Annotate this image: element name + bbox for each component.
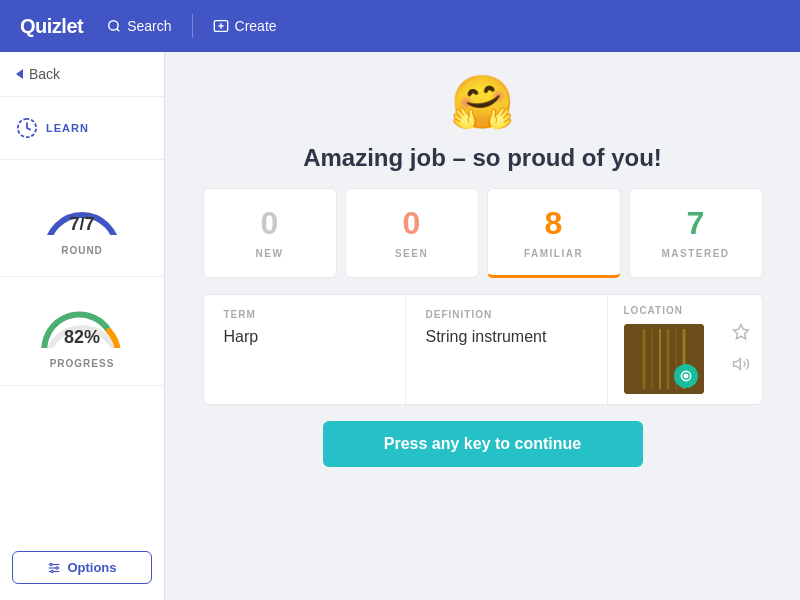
- score-card-mastered[interactable]: 7 MASTERED: [629, 188, 763, 278]
- mode-indicator: LEARN: [16, 117, 148, 139]
- header-nav: Search Create: [107, 14, 276, 38]
- location-pin-icon: [679, 369, 693, 383]
- learn-icon: [16, 117, 38, 139]
- score-cards: 0 NEW 0 SEEN 8 FAMILIAR 7 MASTERED: [203, 188, 763, 278]
- nav-divider: [192, 14, 193, 38]
- score-new-value: 0: [261, 205, 279, 242]
- term-column: TERM Harp: [204, 295, 406, 404]
- term-value: Harp: [224, 328, 385, 346]
- score-familiar-value: 8: [545, 205, 563, 242]
- svg-point-10: [52, 570, 54, 572]
- score-new-label: NEW: [256, 248, 284, 259]
- continue-button[interactable]: Press any key to continue: [323, 421, 643, 467]
- app-layout: Back LEARN 7/7 ROUND: [0, 52, 800, 600]
- location-column-header: LOCATION: [624, 305, 704, 316]
- round-gauge: 7/7: [37, 180, 127, 235]
- create-icon: [213, 19, 229, 33]
- score-card-new[interactable]: 0 NEW: [203, 188, 337, 278]
- options-icon: [47, 561, 61, 575]
- back-label: Back: [29, 66, 60, 82]
- options-button[interactable]: Options: [12, 551, 152, 584]
- definition-column-header: DEFINITION: [426, 309, 587, 320]
- progress-label: PROGRESS: [50, 358, 115, 369]
- svg-marker-21: [733, 358, 740, 369]
- score-familiar-label: FAMILIAR: [524, 248, 583, 259]
- congrats-emoji: 🤗: [450, 76, 515, 128]
- app-logo: Quizlet: [20, 15, 83, 38]
- search-nav-item[interactable]: Search: [107, 18, 171, 34]
- progress-stats: 82% PROGRESS: [0, 277, 164, 386]
- back-arrow-icon: [16, 69, 23, 79]
- term-card: TERM Harp DEFINITION String instrument L…: [203, 294, 763, 405]
- score-mastered-value: 7: [687, 205, 705, 242]
- score-card-familiar[interactable]: 8 FAMILIAR: [487, 188, 621, 278]
- progress-gauge: 82%: [37, 293, 127, 348]
- create-nav-item[interactable]: Create: [213, 18, 277, 34]
- mode-label: LEARN: [46, 122, 89, 134]
- mode-section: LEARN: [0, 97, 164, 160]
- definition-value: String instrument: [426, 328, 587, 346]
- create-label: Create: [235, 18, 277, 34]
- card-actions: [720, 295, 762, 404]
- term-column-header: TERM: [224, 309, 385, 320]
- score-seen-label: SEEN: [395, 248, 428, 259]
- sidebar: Back LEARN 7/7 ROUND: [0, 52, 165, 600]
- round-value: 7/7: [69, 214, 94, 235]
- svg-line-1: [117, 29, 120, 32]
- congrats-title: Amazing job – so proud of you!: [303, 144, 662, 172]
- audio-icon[interactable]: [732, 355, 750, 377]
- score-card-seen[interactable]: 0 SEEN: [345, 188, 479, 278]
- back-button[interactable]: Back: [0, 52, 164, 97]
- progress-value: 82%: [64, 327, 100, 348]
- search-label: Search: [127, 18, 171, 34]
- svg-point-8: [50, 563, 52, 565]
- svg-point-9: [56, 566, 58, 568]
- svg-point-0: [109, 21, 118, 30]
- search-icon: [107, 19, 121, 33]
- score-seen-value: 0: [403, 205, 421, 242]
- round-stats: 7/7 ROUND: [0, 160, 164, 277]
- location-overlay: [674, 364, 698, 388]
- svg-marker-20: [733, 324, 748, 338]
- options-label: Options: [67, 560, 116, 575]
- app-header: Quizlet Search Create: [0, 0, 800, 52]
- main-content: 🤗 Amazing job – so proud of you! 0 NEW 0…: [165, 52, 800, 600]
- round-label: ROUND: [61, 245, 103, 256]
- svg-point-19: [684, 374, 688, 378]
- location-column: LOCATION: [608, 295, 720, 404]
- star-icon[interactable]: [732, 323, 750, 345]
- definition-column: DEFINITION String instrument: [406, 295, 608, 404]
- score-mastered-label: MASTERED: [661, 248, 729, 259]
- location-image: [624, 324, 704, 394]
